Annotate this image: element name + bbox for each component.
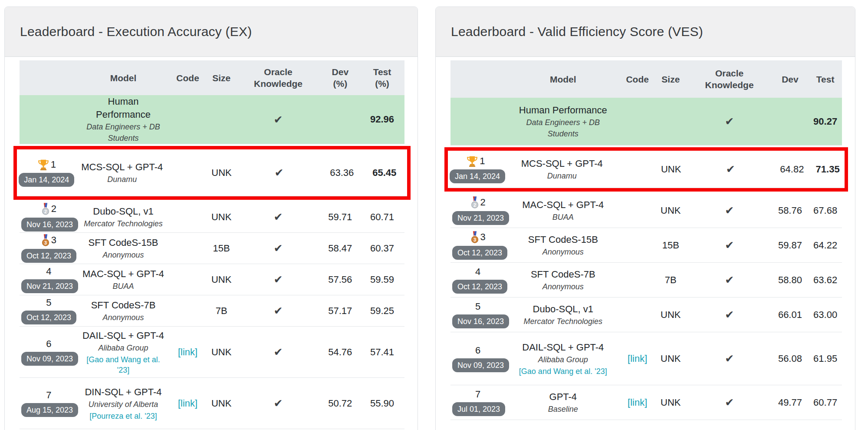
table-row: 5 Nov 16, 2023 Dubo-SQL, v1 Mercator Tec…	[450, 298, 842, 332]
model-cell: SFT CodeS-7B Anonymous	[78, 299, 168, 323]
rank-number: 5	[475, 301, 480, 312]
code-link[interactable]: [link]	[178, 347, 197, 357]
date-badge: Nov 09, 2023	[21, 352, 78, 366]
model-affiliation: Data Engineers + DB Students	[80, 121, 167, 144]
leaderboard-ves-panel: Leaderboard - Valid Efficiency Score (VE…	[435, 7, 855, 430]
model-cell: MAC-SQL + GPT-4 BUAA	[78, 268, 168, 292]
size-value: UNK	[661, 397, 681, 408]
dev-score: 59.87	[778, 240, 802, 251]
rank-number: 6	[46, 338, 51, 350]
test-score: 63.62	[813, 275, 837, 285]
svg-text:2: 2	[44, 208, 47, 214]
test-score: 92.96	[370, 114, 394, 125]
code-link[interactable]: [link]	[628, 397, 647, 408]
table-row: 3 3 Oct 12, 2023 SFT CodeS-15B Anonymous…	[20, 233, 404, 264]
svg-text:2: 2	[473, 202, 476, 207]
oracle-check-icon: ✔	[725, 274, 734, 286]
dev-score: 57.56	[328, 274, 352, 285]
model-name: MAC-SQL + GPT-4	[80, 268, 167, 281]
model-affiliation: Dunamu	[519, 170, 605, 182]
test-score: 63.00	[813, 309, 837, 320]
model-affiliation: BUAA	[80, 281, 167, 292]
model-name: MAC-SQL + GPT-4	[507, 198, 619, 212]
model-cell: DAIL-SQL + GPT-4 Alibaba Group [Gao and …	[505, 341, 621, 377]
test-score: 60.37	[370, 243, 394, 254]
size-value: UNK	[211, 167, 231, 178]
human-performance-row: Human Performance Data Engineers + DB St…	[450, 98, 842, 146]
trophy-icon	[466, 155, 478, 167]
column-header-code: Code	[621, 73, 654, 85]
size-value: 15B	[662, 240, 679, 251]
code-cell: [link]	[621, 353, 654, 364]
svg-text:3: 3	[44, 240, 47, 245]
rank-number: 3	[51, 235, 56, 246]
svg-text:3: 3	[473, 237, 476, 242]
rank-cell: 5 Oct 12, 2023	[20, 297, 78, 324]
table-row: 6 Nov 09, 2023 DAIL-SQL + GPT-4 Alibaba …	[450, 332, 842, 385]
size-value: 7B	[216, 305, 227, 316]
table-row: 7 Jul 01, 2023 GPT-4 Baseline [link] UNK…	[450, 385, 842, 420]
size-value: 7B	[665, 275, 677, 285]
page-title: Leaderboard - Execution Accuracy (EX)	[20, 24, 252, 39]
table-row: 1 Jan 14, 2024 MCS-SQL + GPT-4 Dunamu UN…	[448, 151, 845, 188]
citation-link[interactable]: [Gao and Wang et al. '23]	[80, 354, 167, 375]
model-name: MCS-SQL + GPT-4	[78, 161, 166, 174]
date-badge: Oct 12, 2023	[21, 311, 76, 324]
size-value: UNK	[661, 205, 681, 216]
model-name: GPT-4	[507, 390, 619, 404]
bronze-medal-icon: 3	[41, 234, 50, 247]
rank1-highlight-box: 1 Jan 14, 2024 MCS-SQL + GPT-4 Dunamu UN…	[13, 146, 411, 200]
citation-link[interactable]: [Pourreza et al. '23]	[80, 411, 167, 421]
model-name: SFT CodeS-7B	[80, 299, 167, 312]
rank-number: 2	[480, 197, 486, 208]
model-name: Human Performance	[80, 95, 167, 121]
dev-score: 54.76	[328, 347, 352, 357]
code-link[interactable]: [link]	[628, 353, 647, 364]
rank-cell: 4 Oct 12, 2023	[450, 266, 505, 294]
dev-score: 58.47	[328, 243, 352, 254]
rank-number: 3	[480, 232, 486, 243]
leaderboard-ex-panel: Leaderboard - Execution Accuracy (EX) Mo…	[4, 7, 418, 430]
test-score: 59.59	[370, 274, 394, 285]
test-score: 61.95	[813, 353, 837, 364]
size-value: UNK	[661, 164, 681, 175]
test-score: 64.22	[813, 240, 837, 251]
panel-header: Leaderboard - Valid Efficiency Score (VE…	[436, 7, 855, 57]
table-row: 1 Jan 14, 2024 MCS-SQL + GPT-4 Dunamu UN…	[17, 149, 407, 196]
table-header-row: Model Code Size Oracle Knowledge Dev (%)…	[20, 60, 404, 95]
leaderboard-ves-table: Model Code Size Oracle Knowledge Dev Tes…	[436, 57, 855, 420]
model-affiliation: Mercator Technologies	[80, 218, 167, 229]
dev-score: 58.76	[778, 205, 802, 216]
code-link[interactable]: [link]	[178, 398, 197, 409]
test-score: 55.90	[370, 398, 394, 409]
size-value: UNK	[211, 274, 231, 285]
rank-cell: 1 Jan 14, 2024	[448, 155, 503, 183]
table-row: 2 2 Nov 21, 2023 MAC-SQL + GPT-4 BUAA UN…	[450, 193, 842, 228]
rank-cell: 2 2 Nov 21, 2023	[450, 196, 505, 225]
citation-link[interactable]: [Gao and Wang et al. '23]	[507, 366, 619, 377]
model-affiliation: University of Alberta	[80, 399, 167, 410]
model-affiliation: Alibaba Group	[80, 342, 167, 354]
model-name: Human Performance	[507, 104, 619, 117]
rank-cell: 4 Nov 21, 2023	[20, 266, 78, 293]
model-name: DIN-SQL + GPT-4	[80, 386, 167, 399]
model-affiliation: Baseline	[519, 404, 606, 415]
rank-cell: 7 Aug 15, 2023	[20, 390, 78, 417]
model-name: DAIL-SQL + GPT-4	[507, 341, 619, 354]
table-row: 7 Aug 15, 2023 DIN-SQL + GPT-4 Universit…	[20, 378, 404, 429]
column-header-code: Code	[168, 71, 207, 84]
model-cell: MCS-SQL + GPT-4 Dunamu	[503, 157, 621, 182]
oracle-check-icon: ✔	[274, 397, 283, 409]
table-row: 3 3 Oct 12, 2023 SFT CodeS-15B Anonymous…	[450, 228, 842, 263]
rank-cell: 3 3 Oct 12, 2023	[20, 234, 78, 263]
model-cell: SFT CodeS-7B Anonymous	[505, 268, 621, 292]
column-header-dev: Dev (%)	[321, 66, 360, 90]
human-performance-row: Human Performance Data Engineers + DB St…	[20, 95, 404, 144]
model-affiliation: Alibaba Group	[519, 354, 606, 365]
column-header-model: Model	[505, 73, 621, 85]
rank-cell: 6 Nov 09, 2023	[450, 345, 505, 372]
model-name: Dubo-SQL, v1	[80, 205, 167, 218]
model-name: MCS-SQL + GPT-4	[505, 157, 619, 170]
test-score: 60.71	[370, 212, 394, 222]
model-cell: Dubo-SQL, v1 Mercator Technologies	[505, 303, 621, 327]
